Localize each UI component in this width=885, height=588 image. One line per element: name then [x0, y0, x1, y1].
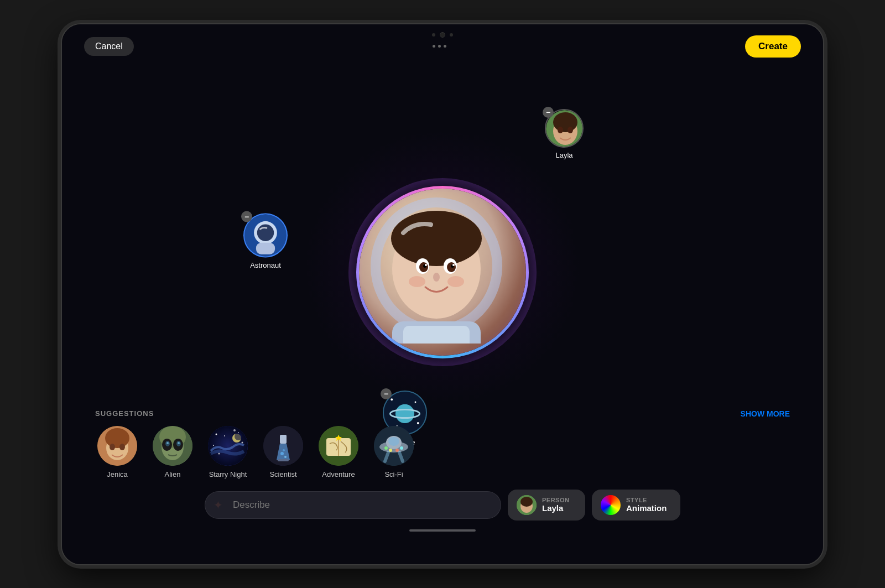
- svg-point-45: [178, 442, 180, 444]
- svg-point-56: [235, 433, 242, 440]
- person-category-label: PERSON: [542, 497, 569, 503]
- svg-point-11: [409, 276, 425, 287]
- suggestion-scifi-thumb: [374, 426, 414, 466]
- astronaut-remove-button[interactable]: −: [241, 211, 252, 222]
- style-pill[interactable]: STYLE Animation: [592, 490, 680, 521]
- alien-svg: [153, 426, 192, 466]
- svg-point-12: [447, 276, 464, 287]
- glow-ring-outer: [356, 186, 529, 358]
- suggestion-starry-thumb: [208, 426, 248, 466]
- suggestion-alien-label: Alien: [165, 470, 181, 478]
- svg-point-29: [415, 401, 417, 403]
- person-value-label: Layla: [542, 503, 569, 513]
- svg-rect-62: [278, 459, 289, 461]
- svg-point-1: [391, 211, 482, 266]
- astronaut-badge[interactable]: −: [243, 213, 288, 269]
- suggestions-area: SUGGESTIONS SHOW MORE: [62, 409, 823, 478]
- svg-rect-58: [280, 435, 287, 444]
- person-pill[interactable]: PERSON Layla: [508, 490, 585, 521]
- home-indicator: [409, 529, 476, 532]
- style-category-label: STYLE: [626, 497, 667, 503]
- layla-badge[interactable]: − Layl: [545, 109, 584, 159]
- ipad-device: Cancel Create: [61, 23, 824, 565]
- astronaut-label: Astronaut: [250, 261, 281, 269]
- suggestion-scifi[interactable]: Sci-Fi: [372, 426, 416, 478]
- suggestion-jenica-label: Jenica: [107, 470, 128, 478]
- create-button[interactable]: Create: [745, 35, 801, 58]
- person-pill-avatar: [517, 495, 537, 515]
- more-menu[interactable]: [433, 45, 446, 48]
- suggestion-scientist-label: Scientist: [269, 470, 296, 478]
- svg-point-9: [452, 264, 455, 266]
- suggestion-alien[interactable]: Alien: [150, 426, 195, 478]
- top-bar: Cancel Create: [62, 24, 823, 69]
- svg-rect-24: [256, 242, 275, 254]
- svg-point-18: [553, 112, 577, 132]
- svg-point-53: [224, 435, 225, 436]
- dot-3: [444, 45, 446, 48]
- astronaut-icon-container: −: [243, 213, 288, 257]
- svg-rect-15: [403, 326, 470, 344]
- suggestion-adventure-thumb: [319, 426, 358, 466]
- svg-point-54: [218, 452, 220, 454]
- suggestion-adventure[interactable]: Adventure: [316, 426, 361, 478]
- svg-point-20: [568, 127, 573, 133]
- adventure-svg: [319, 426, 358, 466]
- svg-point-48: [216, 433, 217, 435]
- svg-point-71: [384, 446, 388, 450]
- suggestion-scifi-label: Sci-Fi: [384, 470, 403, 478]
- bottom-bar: ✦ PERSON Layla: [62, 481, 823, 564]
- suggestion-alien-thumb: [153, 426, 192, 466]
- show-more-button[interactable]: SHOW MORE: [741, 409, 790, 418]
- jenica-svg: [97, 426, 137, 466]
- svg-point-51: [213, 445, 214, 446]
- portrait-circle: − Layl: [365, 195, 520, 350]
- suggestion-scientist-thumb: [263, 426, 303, 466]
- style-icon: [601, 495, 621, 515]
- svg-point-44: [166, 442, 169, 444]
- astronaut-portrait: [359, 189, 526, 356]
- suggestion-jenica-thumb: [97, 426, 137, 466]
- starry-svg: [208, 426, 248, 466]
- layla-avatar-container: −: [545, 109, 584, 148]
- layla-remove-button[interactable]: −: [543, 107, 554, 118]
- astronaut-svg: [359, 189, 514, 344]
- suggestion-jenica[interactable]: Jenica: [95, 426, 139, 478]
- dot-1: [433, 45, 435, 48]
- style-value-label: Animation: [626, 503, 667, 513]
- dot-2: [438, 45, 441, 48]
- svg-point-77: [520, 497, 533, 507]
- svg-point-50: [242, 441, 243, 443]
- suggestions-row: Jenica: [95, 426, 790, 478]
- svg-point-35: [110, 444, 115, 450]
- svg-point-8: [425, 264, 427, 266]
- scifi-svg: [374, 426, 414, 466]
- person-pill-text: PERSON Layla: [542, 497, 569, 513]
- svg-point-70: [388, 437, 399, 446]
- space-remove-button[interactable]: −: [381, 388, 392, 399]
- svg-point-34: [105, 428, 129, 448]
- describe-input[interactable]: [205, 491, 501, 519]
- svg-point-52: [233, 429, 236, 431]
- suggestion-starry-night[interactable]: Starry Night: [206, 426, 250, 478]
- suggestion-scientist[interactable]: Scientist: [261, 426, 305, 478]
- screen: Cancel Create: [62, 24, 823, 564]
- style-pill-text: STYLE Animation: [626, 497, 667, 513]
- glow-ring-inner: [359, 189, 526, 356]
- svg-point-47: [208, 426, 248, 466]
- suggestions-header: SUGGESTIONS SHOW MORE: [95, 409, 790, 418]
- svg-point-74: [400, 446, 403, 450]
- cancel-button[interactable]: Cancel: [84, 37, 134, 56]
- describe-wrapper: ✦: [205, 491, 501, 519]
- svg-point-19: [558, 127, 563, 133]
- svg-point-23: [257, 224, 274, 241]
- svg-point-61: [283, 449, 285, 451]
- suggestion-adventure-label: Adventure: [322, 470, 355, 478]
- layla-label: Layla: [555, 151, 572, 159]
- svg-point-10: [433, 273, 440, 282]
- scientist-svg: [263, 426, 303, 466]
- suggestion-starry-label: Starry Night: [209, 470, 247, 478]
- suggestions-title: SUGGESTIONS: [95, 409, 154, 418]
- svg-point-59: [280, 452, 284, 455]
- input-row: ✦ PERSON Layla: [205, 490, 680, 521]
